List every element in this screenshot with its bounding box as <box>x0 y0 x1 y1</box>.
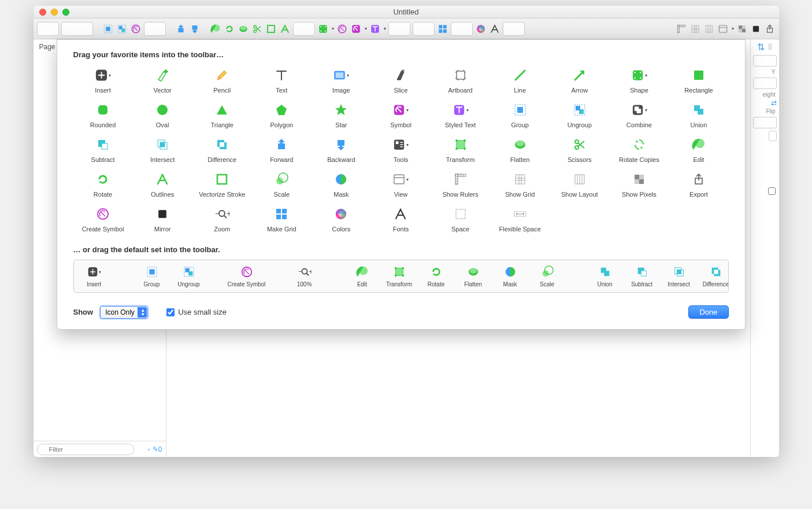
toolbar-item-line[interactable]: Line <box>490 67 550 94</box>
toolbar-item-insert[interactable]: ▾Insert <box>73 67 133 94</box>
toolbar-item-rectangle[interactable]: Rectangle <box>669 67 728 94</box>
toolbar-item-star[interactable]: Star <box>312 102 371 128</box>
create-symbol-icon[interactable] <box>336 23 348 35</box>
toolbar-item-edit[interactable]: Edit <box>669 137 728 163</box>
align-icon[interactable]: ⇅ <box>757 42 765 53</box>
default-set-item-create-symbol[interactable]: Create Symbol <box>232 265 261 287</box>
toolbar-item-oval[interactable]: Oval <box>133 102 192 128</box>
default-set-item-union[interactable]: Union <box>591 265 620 287</box>
toolbar-well[interactable] <box>293 22 315 36</box>
toolbar-item-styled-text[interactable]: ▾Styled Text <box>431 102 490 128</box>
stepper[interactable] <box>769 131 777 141</box>
default-set-item-intersect[interactable]: Intersect <box>665 265 694 287</box>
small-size-label[interactable]: Use small size <box>178 308 227 316</box>
shape-icon[interactable] <box>317 23 329 35</box>
toolbar-item-combine[interactable]: ▾Combine <box>609 102 669 128</box>
toolbar-item-zoom[interactable]: Zoom <box>192 206 252 233</box>
toolbar-item-artboard[interactable]: Artboard <box>431 67 490 94</box>
colors-icon[interactable] <box>475 23 487 35</box>
default-set-item-mask[interactable]: Mask <box>496 265 525 287</box>
mirror-icon[interactable] <box>750 23 762 35</box>
default-set-box[interactable]: ▾InsertGroupUngroupCreate Symbol100%Edit… <box>73 260 729 293</box>
done-button[interactable]: Done <box>688 305 728 319</box>
toolbar-item-export[interactable]: Export <box>669 171 728 198</box>
toolbar-item-tools[interactable]: ▾Tools <box>371 137 431 163</box>
toolbar-item-group[interactable]: Group <box>490 102 550 128</box>
default-set-item-edit[interactable]: Edit <box>348 265 377 287</box>
toolbar-item-vector[interactable]: Vector <box>133 67 192 94</box>
pages-icon[interactable]: ▫ <box>148 445 150 453</box>
distribute-icon[interactable]: ⫴ <box>768 42 772 53</box>
default-set-item-insert[interactable]: ▾Insert <box>80 265 109 287</box>
toolbar-item-polygon[interactable]: Polygon <box>252 102 312 128</box>
toolbar-item-union[interactable]: Union <box>669 102 728 128</box>
toolbar-item-triangle[interactable]: Triangle <box>192 102 252 128</box>
toolbar-item-intersect[interactable]: Intersect <box>133 137 192 163</box>
styled-text-icon[interactable] <box>369 23 381 35</box>
toolbar-item-scale[interactable]: Scale <box>252 171 312 198</box>
toolbar-well[interactable] <box>413 22 435 36</box>
toolbar-well[interactable] <box>37 22 59 36</box>
toolbar-item-show-layout[interactable]: Show Layout <box>550 171 609 198</box>
view-icon[interactable] <box>717 23 729 35</box>
default-set-item-transform[interactable]: Transform <box>385 265 414 287</box>
toolbar-item-vectorize-stroke[interactable]: Vectorize Stroke <box>192 171 252 198</box>
flip-icon[interactable]: ⇄ <box>771 99 777 107</box>
toolbar-item-mask[interactable]: Mask <box>312 171 371 198</box>
toolbar-well[interactable] <box>451 22 473 36</box>
ungroup-icon[interactable] <box>116 23 128 35</box>
toolbar-item-difference[interactable]: Difference <box>192 137 252 163</box>
default-set-item-scale[interactable]: Scale <box>533 265 562 287</box>
toolbar-item-symbol[interactable]: ▾Symbol <box>371 102 431 128</box>
forward-icon[interactable] <box>175 23 187 35</box>
flatten-icon[interactable] <box>238 23 249 35</box>
toolbar-item-shape[interactable]: ▾Shape <box>609 67 669 94</box>
toolbar-item-view[interactable]: ▾View <box>371 171 431 198</box>
outlines-icon[interactable] <box>279 23 291 35</box>
toolbar-item-flatten[interactable]: Flatten <box>490 137 550 163</box>
toolbar-item-rotate-copies[interactable]: Rotate Copies <box>609 137 669 163</box>
default-set-item-zoom[interactable]: 100% <box>290 265 319 287</box>
default-set-item-flatten[interactable]: Flatten <box>459 265 488 287</box>
inspector-field[interactable] <box>753 117 777 128</box>
toolbar-item-flexible-space[interactable]: Flexible Space <box>490 206 550 233</box>
symbol-icon[interactable] <box>350 23 362 35</box>
export-icon[interactable] <box>764 23 776 35</box>
toolbar-item-backward[interactable]: Backward <box>312 137 371 163</box>
toolbar-item-rounded[interactable]: Rounded <box>73 102 133 128</box>
default-set-item-subtract[interactable]: Subtract <box>628 265 657 287</box>
toolbar-item-slice[interactable]: Slice <box>371 67 431 94</box>
vectorize-stroke-icon[interactable] <box>265 23 277 35</box>
toolbar-item-rotate[interactable]: Rotate <box>73 171 133 198</box>
slice-icon[interactable]: ✎0 <box>153 445 162 453</box>
toolbar-well[interactable] <box>503 22 525 36</box>
toolbar-item-scissors[interactable]: Scissors <box>550 137 609 163</box>
toolbar-item-space[interactable]: Space <box>431 206 490 233</box>
toolbar-item-image[interactable]: ▾Image <box>312 67 371 94</box>
show-grid-icon[interactable] <box>689 23 701 35</box>
scissors-icon[interactable] <box>251 23 263 35</box>
show-pixels-icon[interactable] <box>736 23 748 35</box>
toolbar-item-transform[interactable]: Transform <box>431 137 490 163</box>
show-layout-icon[interactable] <box>703 23 715 35</box>
toolbar-item-subtract[interactable]: Subtract <box>73 137 133 163</box>
toolbar-item-arrow[interactable]: Arrow <box>550 67 609 94</box>
toolbar-item-forward[interactable]: Forward <box>252 137 312 163</box>
toolbar-item-ungroup[interactable]: Ungroup <box>550 102 609 128</box>
default-set-item-group[interactable]: Group <box>138 265 166 287</box>
toolbar-item-create-symbol[interactable]: Create Symbol <box>73 206 133 233</box>
toolbar-item-show-pixels[interactable]: Show Pixels <box>609 171 669 198</box>
toolbar-well[interactable] <box>144 22 166 36</box>
toolbar-item-make-grid[interactable]: Make Grid <box>252 206 312 233</box>
backward-icon[interactable] <box>189 23 201 35</box>
toolbar-item-mirror[interactable]: Mirror <box>133 206 192 233</box>
toolbar-item-colors[interactable]: Colors <box>312 206 371 233</box>
small-size-checkbox[interactable] <box>166 308 175 316</box>
default-set-item-ungroup[interactable]: Ungroup <box>175 265 203 287</box>
make-grid-icon[interactable] <box>437 23 448 35</box>
toolbar-item-outlines[interactable]: Outlines <box>133 171 192 198</box>
edit-icon[interactable] <box>210 23 221 35</box>
toolbar-well[interactable] <box>61 22 93 36</box>
toolbar-item-fonts[interactable]: Fonts <box>371 206 431 233</box>
create-symbol-icon[interactable] <box>130 23 142 35</box>
